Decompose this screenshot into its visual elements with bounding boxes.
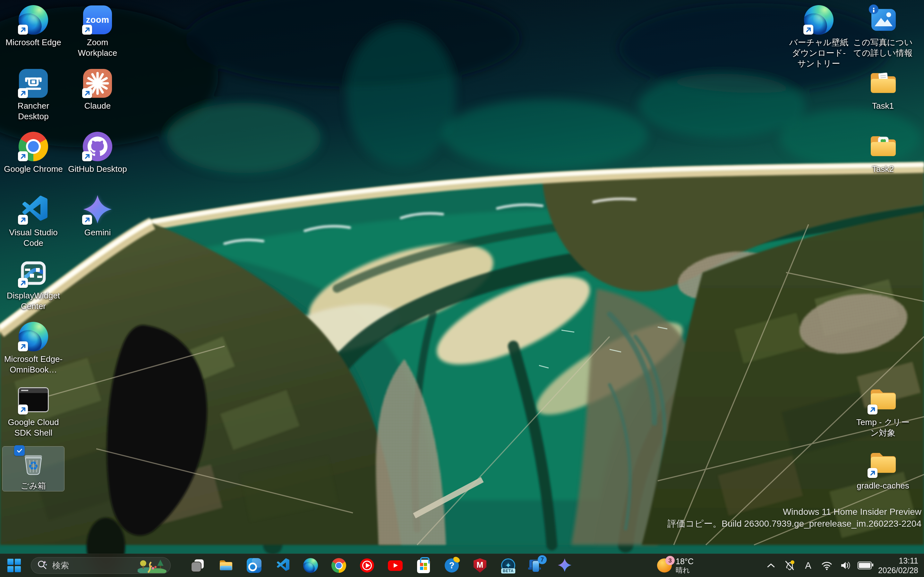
svg-text:♻: ♻ xyxy=(28,459,39,473)
taskbar-outlook-button[interactable] xyxy=(242,556,266,575)
shortcut-arrow-icon xyxy=(867,468,877,478)
weather-widget[interactable]: 3 18°C 晴れ xyxy=(654,554,697,577)
tray-clock[interactable]: 13:11 2026/02/28 xyxy=(876,556,921,574)
icon-label: Microsoft Edge-OmniBook… xyxy=(3,354,64,375)
shortcut-arrow-icon xyxy=(82,215,92,225)
shortcut-arrow-icon xyxy=(82,151,92,161)
tray-chevron-up-icon[interactable] xyxy=(762,556,779,574)
edge-icon xyxy=(303,558,318,573)
taskbar-file-explorer-button[interactable] xyxy=(214,556,237,575)
icon-label: Task1 xyxy=(872,101,894,111)
icon-label: バーチャル壁紙ダウンロード-サントリー xyxy=(788,37,849,69)
taskbar-phone-link-button[interactable]: 7 xyxy=(525,556,548,575)
insider-preview-watermark: Windows 11 Home Insider Preview 評価コピー。Bu… xyxy=(667,506,921,530)
desktop-icon-google-cloud-sdk-shell[interactable]: Google Cloud SDK Shell xyxy=(3,383,64,438)
notification-count-badge: 7 xyxy=(538,555,547,564)
icon-label: Gemini xyxy=(84,227,111,238)
desktop-icon-task2-folder[interactable]: Task2 xyxy=(852,130,914,174)
weather-condition: 晴れ xyxy=(676,566,694,574)
start-button[interactable] xyxy=(4,556,24,575)
windows-logo-icon xyxy=(7,559,21,572)
icon-label: Temp - クリーン対象 xyxy=(853,417,913,438)
widgets-notification-badge: 3 xyxy=(666,556,675,565)
taskbar-mcafee-button[interactable]: M xyxy=(468,556,491,575)
icon-label: Zoom Workplace xyxy=(67,37,128,58)
tray-volume-icon[interactable] xyxy=(837,556,854,574)
chrome-icon xyxy=(331,558,346,573)
taskbar-youtube-button[interactable] xyxy=(384,556,407,575)
clock-time: 13:11 xyxy=(899,556,918,566)
sun-weather-icon: 3 xyxy=(657,558,672,572)
mcafee-shield-icon: M xyxy=(473,558,486,573)
desktop-icon-claude[interactable]: Claude xyxy=(67,67,128,111)
desktop-icon-displaywidget-center[interactable]: DisplayWidget Center xyxy=(3,256,64,311)
search-icon xyxy=(37,559,48,572)
icon-label: Claude xyxy=(84,101,111,111)
desktop-icon-zoom-workplace[interactable]: zoom Zoom Workplace xyxy=(67,3,128,58)
youtube-icon xyxy=(388,560,403,571)
desktop-icon-task1-folder[interactable]: Task1 xyxy=(852,67,914,111)
taskbar-vscode-button[interactable] xyxy=(271,556,294,575)
search-input[interactable]: 検索 xyxy=(31,557,171,574)
shortcut-arrow-icon xyxy=(18,25,28,35)
tray-ime-mode-indicator[interactable]: A xyxy=(800,556,817,574)
file-explorer-icon xyxy=(218,558,234,574)
taskbar-edge-button[interactable] xyxy=(299,556,322,575)
outlook-icon xyxy=(247,558,262,573)
desktop-icon-gemini[interactable]: Gemini xyxy=(67,193,128,238)
taskbar-gemini-button[interactable] xyxy=(553,556,576,575)
search-placeholder: 検索 xyxy=(52,560,133,571)
taskbar-beta-app-button[interactable]: ✦ BETA xyxy=(497,556,520,575)
desktop-icon-github-desktop[interactable]: GitHub Desktop xyxy=(67,130,128,174)
selected-checkbox[interactable] xyxy=(14,445,25,456)
task-view-icon xyxy=(190,558,205,573)
folder-icon xyxy=(867,131,898,163)
icon-label: gradle-caches xyxy=(857,480,909,491)
shortcut-arrow-icon xyxy=(18,278,28,288)
photo-info-icon xyxy=(867,4,898,36)
tray-notifications-off-icon[interactable] xyxy=(781,556,798,574)
shortcut-arrow-icon xyxy=(18,405,28,414)
beta-app-icon: ✦ BETA xyxy=(501,558,515,572)
icon-label: Google Cloud SDK Shell xyxy=(3,417,64,438)
weather-temperature: 18°C xyxy=(676,557,694,566)
shortcut-arrow-icon xyxy=(18,342,28,351)
watermark-line1: Windows 11 Home Insider Preview xyxy=(667,506,921,518)
beta-badge: BETA xyxy=(501,568,515,574)
desktop-icon-microsoft-edge[interactable]: Microsoft Edge xyxy=(3,3,64,48)
desktop-icon-google-chrome[interactable]: Google Chrome xyxy=(3,130,64,174)
desktop-icon-rancher-desktop[interactable]: Rancher Desktop xyxy=(3,67,64,122)
desktop-icon-gradle-caches-folder[interactable]: gradle-caches xyxy=(852,446,914,491)
desktop-icon-recycle-bin[interactable]: ♻ ごみ箱 xyxy=(3,446,64,491)
desktop-icon-edge-omnibook[interactable]: Microsoft Edge-OmniBook… xyxy=(3,320,64,375)
icon-label: Rancher Desktop xyxy=(3,101,64,122)
desktop-icon-virtual-wallpaper-download[interactable]: バーチャル壁紙ダウンロード-サントリー xyxy=(788,3,850,69)
taskbar-help-app-button[interactable]: ? xyxy=(440,556,463,575)
icon-label: Visual Studio Code xyxy=(3,227,64,248)
vscode-icon xyxy=(275,558,289,573)
desktop-icon-photo-info[interactable]: この写真についての詳しい情報 xyxy=(852,3,914,58)
desktop-icon-visual-studio-code[interactable]: Visual Studio Code xyxy=(3,193,64,248)
shortcut-arrow-icon xyxy=(82,88,92,98)
search-seasonal-art-icon xyxy=(137,558,167,573)
shortcut-arrow-icon xyxy=(18,151,28,161)
shortcut-arrow-icon xyxy=(82,25,92,35)
icon-label: DisplayWidget Center xyxy=(3,290,64,311)
taskbar-chrome-button[interactable] xyxy=(327,556,351,575)
tray-battery-icon[interactable] xyxy=(856,556,874,574)
gemini-icon xyxy=(557,558,572,573)
clock-date: 2026/02/28 xyxy=(878,566,918,575)
icon-label: この写真についての詳しい情報 xyxy=(853,37,913,58)
tray-wifi-icon[interactable] xyxy=(819,556,835,574)
taskbar: 検索 xyxy=(0,554,924,577)
shortcut-arrow-icon xyxy=(867,405,877,414)
icon-label: Google Chrome xyxy=(4,164,63,174)
taskbar-microsoft-store-button[interactable] xyxy=(412,556,435,575)
taskbar-task-view-button[interactable] xyxy=(186,556,209,575)
desktop-icon-temp-folder[interactable]: Temp - クリーン対象 xyxy=(852,383,914,438)
shortcut-arrow-icon xyxy=(18,215,28,225)
microsoft-store-icon xyxy=(417,560,430,573)
youtube-music-icon xyxy=(360,558,374,572)
shortcut-arrow-icon xyxy=(18,88,28,98)
taskbar-youtube-music-button[interactable] xyxy=(355,556,379,575)
